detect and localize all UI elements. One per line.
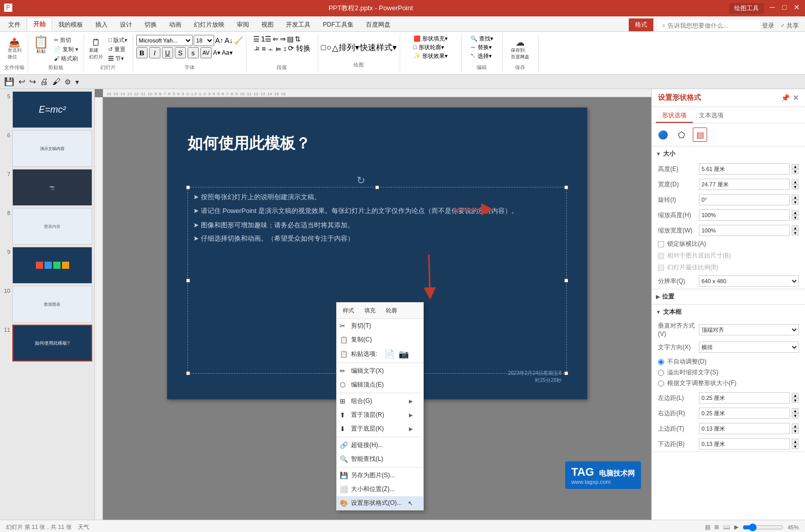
select-btn[interactable]: ↖ 选择▾ — [470, 52, 492, 60]
fp-text-dir-select[interactable]: 横排 — [699, 342, 799, 353]
shape-effects-btn[interactable]: ✨ 形状效果▾ — [414, 52, 448, 60]
format-painter-qa[interactable]: 🖌 — [52, 77, 60, 87]
ctx-bring-front[interactable]: ⬆ 置于顶层(R) ▶ — [337, 408, 423, 422]
save-qa-btn[interactable]: 💾 — [4, 77, 14, 87]
shape-fill-btn[interactable]: 🟥 形状填充▾ — [414, 35, 448, 42]
indent-btn[interactable]: ⇒ — [280, 35, 286, 43]
fp-close-btn[interactable]: ✕ — [793, 94, 799, 102]
fp-top-margin-down[interactable]: ▼ — [792, 429, 799, 434]
status-view-slide-sorter[interactable]: ⊞ — [714, 524, 719, 530]
btn-copy[interactable]: 📄 复制 ▾ — [52, 45, 80, 54]
slide-thumb-6[interactable]: 6 演示文稿内容 — [2, 130, 92, 167]
btn-paste[interactable]: 📋 粘贴 — [31, 35, 51, 56]
fp-height-down[interactable]: ▼ — [792, 169, 799, 174]
fp-tab-text[interactable]: 文本选项 — [693, 109, 730, 123]
tab-transition[interactable]: 切换 — [138, 18, 163, 31]
fp-autofit-radio[interactable] — [658, 380, 664, 387]
handle-br[interactable] — [564, 371, 568, 375]
charspacing-btn[interactable]: AV — [200, 47, 212, 58]
fp-rotate-up[interactable]: ▲ — [792, 195, 799, 200]
fontcolor-btn[interactable]: A▾ — [213, 49, 220, 56]
bold-btn[interactable]: B — [136, 47, 148, 58]
slide-thumb-8[interactable]: 8 图表内容 — [2, 208, 92, 245]
fp-right-margin-input[interactable] — [699, 408, 790, 419]
slide-thumb-5[interactable]: 5 E=mc² — [2, 91, 92, 128]
fp-width-up[interactable]: ▲ — [792, 179, 799, 184]
fp-fill-icon-btn[interactable]: 🔵 — [656, 127, 670, 142]
slide-thumb-9[interactable]: 9 — [2, 247, 92, 284]
clear-format-btn[interactable]: 🧹 — [234, 36, 243, 45]
fp-tab-shape[interactable]: 形状选项 — [656, 109, 693, 123]
tab-mytemplate[interactable]: 我的模板 — [52, 18, 89, 31]
tab-file[interactable]: 文件 — [2, 18, 27, 31]
ctx-send-back[interactable]: ⬇ 置于底层(K) ▶ — [337, 422, 423, 436]
fp-left-margin-down[interactable]: ▼ — [792, 398, 799, 403]
ctx-copy[interactable]: 📋 复制(C) — [337, 333, 423, 347]
font-increase-btn[interactable]: A↑ — [215, 36, 223, 45]
more-qa-btn[interactable]: ▾ — [75, 78, 79, 86]
linespacing-btn[interactable]: ↕ — [283, 45, 287, 53]
zoom-slider[interactable] — [742, 523, 783, 531]
underline-btn[interactable]: U — [162, 47, 173, 58]
slide-thumb-11[interactable]: 11 如何使用此模板? — [2, 325, 92, 361]
fp-left-margin-input[interactable] — [699, 392, 790, 403]
tab-format[interactable]: 格式 — [629, 18, 653, 31]
btn-send-to-wechat[interactable]: 📤 发送到微信 — [6, 37, 24, 61]
tab-view[interactable]: 视图 — [255, 18, 280, 31]
fp-lock-ratio-checkbox[interactable] — [658, 241, 664, 247]
btn-cut[interactable]: ✂ 剪切 — [52, 36, 80, 45]
handle-tr[interactable] — [564, 185, 568, 189]
share-btn[interactable]: ♂ 共享 — [780, 22, 799, 30]
bullets-btn[interactable]: ☰ — [253, 35, 260, 43]
ctx-fill-btn[interactable]: 填充 — [360, 305, 380, 316]
fp-resolution-select[interactable]: 640 x 480 — [699, 275, 799, 287]
fp-width-down[interactable]: ▼ — [792, 184, 799, 189]
fp-right-margin-down[interactable]: ▼ — [792, 413, 799, 418]
undo-btn[interactable]: ↩ — [18, 77, 25, 87]
fp-rotate-down[interactable]: ▼ — [792, 200, 799, 205]
fp-scale-h-down[interactable]: ▼ — [792, 215, 799, 220]
fp-height-input[interactable] — [699, 163, 790, 175]
fp-shape-icon-btn[interactable]: ⬠ — [674, 127, 689, 142]
ctx-paste-options[interactable]: 📋 粘贴选项: 📄 📷 — [337, 347, 423, 361]
align-right-btn[interactable]: ⫠ — [267, 45, 274, 53]
fp-top-margin-up[interactable]: ▲ — [792, 423, 799, 429]
ctx-size-position[interactable]: ⬜ 大小和位置(Z)... — [337, 482, 423, 496]
status-view-reading[interactable]: 📖 — [723, 524, 730, 530]
columns-btn[interactable]: ▤ — [287, 35, 294, 43]
ctx-group[interactable]: ⊞ 组合(G) ▶ — [337, 394, 423, 408]
fp-right-margin-up[interactable]: ▲ — [792, 408, 799, 413]
handle-tl[interactable] — [186, 185, 190, 189]
font-decrease-btn[interactable]: A↓ — [224, 36, 233, 45]
font-family-select[interactable]: Microsoft Yah... — [136, 35, 193, 46]
ctx-outline-btn[interactable]: 轮廓 — [382, 305, 401, 316]
align-center-btn[interactable]: ≡ — [261, 45, 265, 53]
close-btn[interactable]: ✕ — [793, 3, 801, 11]
tab-baidudisk[interactable]: 百度网盘 — [360, 18, 397, 31]
redo-btn[interactable]: ↪ — [29, 77, 36, 87]
ctx-edit-text[interactable]: ✏ 编辑文字(X) — [337, 364, 423, 378]
btn-reset[interactable]: ↺ 重置 — [106, 45, 130, 54]
shape-circle-btn[interactable]: ○ — [326, 43, 332, 52]
fp-no-autofit-radio[interactable] — [658, 359, 664, 365]
print-qa-btn[interactable]: 🖨 — [40, 77, 48, 87]
replace-btn[interactable]: ↔ 替换▾ — [470, 44, 492, 51]
smartart-btn[interactable]: ⟳ 转换 — [288, 44, 311, 53]
fp-overflow-radio[interactable] — [658, 370, 664, 376]
textdir-btn[interactable]: ⇅ — [295, 35, 301, 43]
fontcase-btn[interactable]: Aa▾ — [222, 49, 233, 56]
ctx-style-btn[interactable]: 样式 — [339, 305, 358, 316]
status-view-presenter[interactable]: ▶ — [734, 524, 738, 530]
btn-format-painter[interactable]: 🖌 格式刷 — [52, 54, 80, 63]
customize-qa-btn[interactable]: ⚙ — [65, 78, 71, 86]
minimize-btn[interactable]: ─ — [768, 3, 776, 11]
btn-section[interactable]: ☰ 节▾ — [106, 54, 130, 63]
fp-position-header[interactable]: ▶ 位置 — [652, 289, 805, 304]
ctx-save-as-image[interactable]: 💾 另存为图片(S)... — [337, 469, 423, 482]
strikethrough-btn[interactable]: S — [175, 47, 186, 58]
shape-rect-btn[interactable]: □ — [321, 43, 326, 52]
tab-pdf[interactable]: PDF工具集 — [317, 18, 360, 31]
fp-rotate-input[interactable] — [699, 194, 790, 205]
tab-insert[interactable]: 插入 — [89, 18, 114, 31]
ctx-edit-points[interactable]: ⬡ 编辑顶点(E) — [337, 378, 423, 392]
